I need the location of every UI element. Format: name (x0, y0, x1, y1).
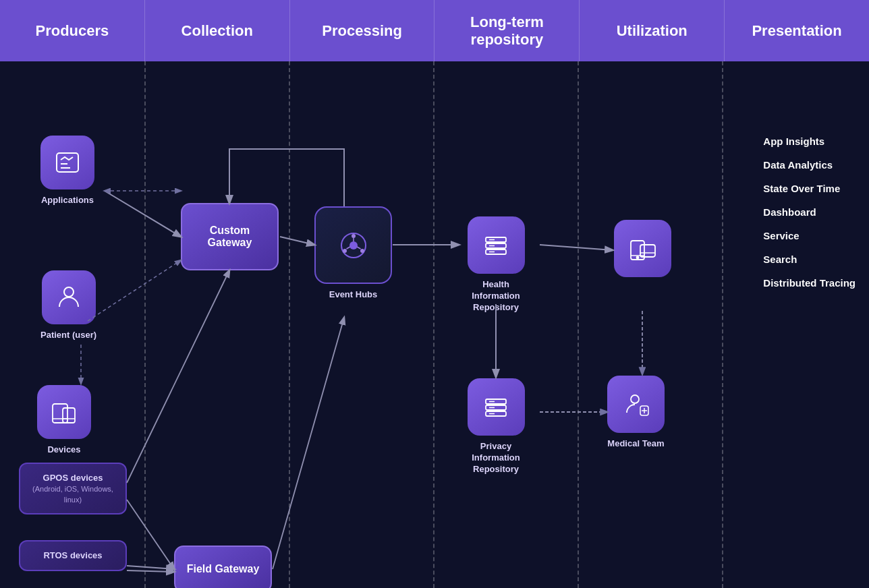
pres-item-4: Service (763, 230, 856, 241)
svg-line-14 (357, 247, 361, 249)
svg-point-12 (343, 249, 347, 253)
col-processing: Processing (290, 0, 435, 61)
svg-line-37 (105, 191, 181, 237)
divider-2 (289, 61, 290, 588)
pres-item-0: App Insights (763, 136, 856, 147)
pres-item-2: State Over Time (763, 183, 856, 194)
main-diagram: Applications Patient (user) Devices GPOS… (0, 61, 869, 588)
producers-label: Producers (36, 22, 109, 40)
devices-icon (37, 385, 91, 439)
col-utilization: Utilization (580, 0, 725, 61)
col-presentation: Presentation (725, 0, 869, 61)
svg-point-11 (360, 249, 364, 253)
svg-rect-22 (486, 399, 506, 404)
field-gateway-node: Field Gateway (174, 546, 272, 588)
svg-line-15 (346, 247, 350, 249)
svg-rect-23 (486, 405, 506, 410)
event-hubs-icon (314, 206, 392, 284)
col-longterm: Long-termrepository (434, 0, 580, 61)
svg-rect-5 (63, 408, 75, 423)
svg-line-51 (273, 318, 344, 569)
longterm-label: Long-termrepository (470, 13, 544, 49)
rtos-box: RTOS devices (19, 540, 127, 571)
medical-team-label: Medical Team (607, 438, 664, 450)
processing-label: Processing (322, 22, 402, 40)
collection-label: Collection (181, 22, 253, 40)
arrows-overlay (0, 61, 869, 588)
svg-point-33 (631, 395, 639, 403)
divider-1 (144, 61, 146, 588)
devices-label: Devices (47, 444, 80, 456)
svg-point-10 (352, 234, 356, 238)
applications-label: Applications (41, 195, 94, 206)
patient-label: Patient (user) (40, 330, 96, 341)
custom-gateway-node: Custom Gateway (181, 203, 279, 270)
health-repo-label: Health Information Repository (459, 279, 533, 314)
event-hubs-label: Event Hubs (329, 289, 378, 301)
applications-node: Applications (40, 136, 94, 206)
gpos-label: GPOS devices (30, 472, 116, 484)
svg-point-9 (349, 241, 358, 249)
gpos-box: GPOS devices (Android, iOS, Windows, lin… (19, 463, 127, 514)
health-repo-node: Health Information Repository (459, 216, 533, 314)
svg-line-39 (88, 260, 181, 321)
rtos-label: RTOS devices (30, 550, 116, 562)
privacy-repo-icon (468, 378, 525, 436)
svg-rect-18 (486, 249, 506, 254)
pres-item-5: Search (763, 254, 856, 265)
patient-node: Patient (user) (40, 270, 96, 341)
presentation-label: Presentation (752, 22, 841, 40)
field-gateway-label: Field Gateway (187, 563, 260, 575)
custom-gateway-label: Custom Gateway (189, 225, 271, 249)
svg-point-32 (636, 256, 638, 258)
divider-5 (722, 61, 723, 588)
svg-line-48 (127, 500, 174, 569)
devices-node: Devices (37, 385, 91, 456)
svg-line-41 (280, 237, 314, 245)
medical-team-icon (607, 376, 665, 433)
svg-rect-4 (53, 404, 67, 423)
presentation-list: App Insights Data Analytics State Over T… (763, 136, 856, 301)
utilization-node (614, 220, 671, 283)
svg-rect-0 (57, 153, 78, 172)
pres-item-1: Data Analytics (763, 159, 856, 171)
svg-line-47 (127, 270, 229, 483)
svg-line-49 (127, 566, 174, 569)
svg-rect-17 (486, 243, 506, 248)
svg-point-3 (64, 287, 74, 297)
col-producers: Producers (0, 0, 145, 61)
medical-team-node: Medical Team (607, 376, 665, 450)
health-repo-icon (468, 216, 525, 274)
applications-icon (40, 136, 94, 189)
pres-item-6: Distributed Tracing (763, 277, 856, 289)
col-collection: Collection (145, 0, 290, 61)
event-hubs-node: Event Hubs (314, 206, 392, 301)
pres-item-3: Dashboard (763, 206, 856, 218)
privacy-repo-node: Privacy Information Repository (459, 378, 533, 475)
svg-rect-24 (486, 411, 506, 416)
divider-4 (578, 61, 579, 588)
utilization-icon (614, 220, 671, 277)
header-bar: Producers Collection Processing Long-ter… (0, 0, 869, 61)
gpos-sub: (Android, iOS, Windows, linux) (30, 484, 116, 505)
svg-line-43 (540, 245, 613, 250)
utilization-label: Utilization (617, 22, 688, 40)
patient-icon (42, 270, 96, 324)
svg-rect-16 (486, 237, 506, 242)
field-gateway-box: Field Gateway (174, 546, 272, 588)
custom-gateway-box: Custom Gateway (181, 203, 279, 270)
divider-3 (433, 61, 434, 588)
svg-line-50 (127, 570, 174, 572)
privacy-repo-label: Privacy Information Repository (459, 441, 533, 475)
